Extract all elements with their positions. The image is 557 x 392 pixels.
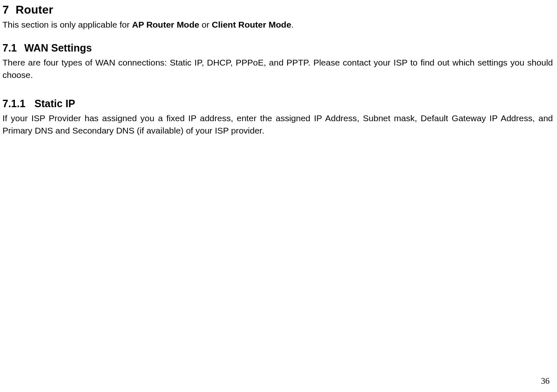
subsubsection-body: If your ISP Provider has assigned you a …	[2, 112, 553, 137]
subsection-heading: 7.1WAN Settings	[2, 42, 553, 54]
subsection-number: 7.1	[2, 42, 17, 54]
subsubsection-title: Static IP	[35, 98, 76, 109]
subsection-body: There are four types of WAN connections:…	[2, 56, 553, 81]
section-heading: 7 Router	[2, 3, 553, 16]
intro-bold-client-router-mode: Client Router Mode	[212, 20, 291, 29]
intro-bold-ap-router-mode: AP Router Mode	[132, 20, 199, 29]
subsection-title: WAN Settings	[24, 42, 92, 54]
section-title: Router	[16, 3, 53, 16]
subsubsection-heading: 7.1.1Static IP	[2, 98, 553, 110]
intro-text-mid: or	[199, 20, 212, 29]
intro-text: This section is only applicable for	[2, 20, 132, 29]
subsubsection-number: 7.1.1	[2, 98, 26, 110]
intro-text-after: .	[291, 20, 294, 29]
section-number: 7	[2, 3, 9, 16]
page-number: 36	[541, 376, 550, 386]
section-intro: This section is only applicable for AP R…	[2, 19, 553, 31]
